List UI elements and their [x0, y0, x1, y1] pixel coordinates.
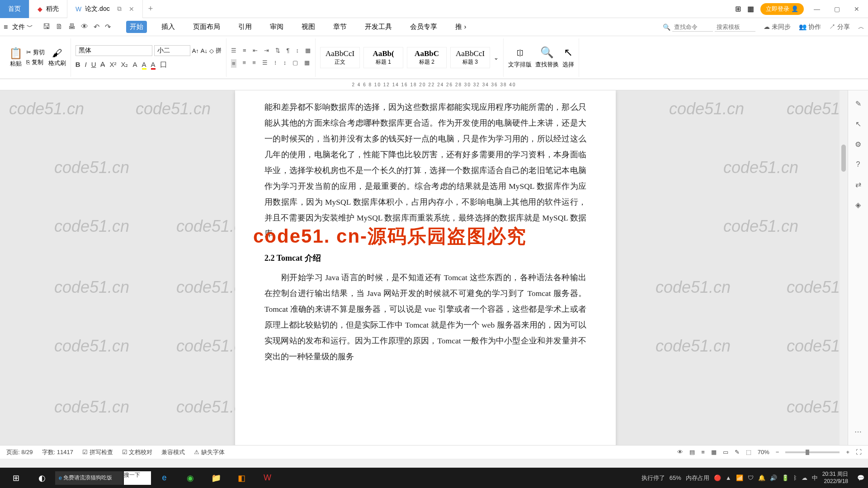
- save-icon[interactable]: 🖫: [43, 23, 50, 31]
- print-icon[interactable]: 🖶: [68, 23, 75, 31]
- print-preview-icon[interactable]: 👁: [81, 23, 88, 31]
- char-border-button[interactable]: 囗: [160, 61, 167, 70]
- start-button[interactable]: ⊞: [4, 468, 28, 488]
- pointer-icon[interactable]: ↖: [855, 120, 861, 128]
- search-cmd-input[interactable]: [672, 23, 713, 32]
- clear-format-icon[interactable]: ◇: [209, 47, 214, 54]
- outdent-icon[interactable]: ⇤: [253, 47, 258, 54]
- copy-button[interactable]: ⎘ 复制: [26, 58, 45, 66]
- login-button[interactable]: 立即登录 👤: [760, 3, 804, 15]
- borders-icon[interactable]: ▦: [304, 59, 310, 68]
- zoom-in[interactable]: +: [846, 449, 849, 455]
- tab-add[interactable]: +: [143, 4, 159, 14]
- minimize-button[interactable]: —: [810, 5, 824, 13]
- scroll-thumb[interactable]: [841, 145, 846, 172]
- ruler[interactable]: 2 4 6 8 10 12 14 16 18 20 22 24 26 28 30…: [0, 79, 868, 90]
- tab-document[interactable]: W 论文.doc ⧉ ✕: [67, 0, 143, 18]
- align-right-icon[interactable]: ≡: [252, 59, 256, 68]
- style-heading2[interactable]: AaBbC标题 2: [407, 47, 447, 68]
- menu-tab-devtools[interactable]: 开发工具: [361, 21, 396, 33]
- collapse-ribbon-icon[interactable]: ︿: [858, 23, 864, 31]
- sync-status[interactable]: ☁ 未同步: [764, 23, 791, 31]
- tab-home[interactable]: 首页: [0, 0, 29, 18]
- highlight-button[interactable]: A: [142, 61, 146, 70]
- browser-icon[interactable]: ◉: [178, 468, 203, 488]
- para-mark-icon[interactable]: ¶: [287, 47, 290, 54]
- settings-icon[interactable]: ⚙: [855, 140, 861, 149]
- strike-button[interactable]: A̶: [100, 61, 105, 70]
- indent-icon[interactable]: ⇥: [264, 47, 269, 54]
- heading[interactable]: 2.2 Tomcat 介绍: [264, 253, 586, 263]
- tab-daoke[interactable]: ◆ 稻壳: [29, 0, 67, 18]
- fullscreen-icon[interactable]: ⛶: [856, 449, 862, 455]
- align-justify-icon[interactable]: ☰: [262, 59, 268, 68]
- taskbar-search[interactable]: 搜一下: [124, 471, 151, 485]
- cut-button[interactable]: ✂ 剪切: [26, 48, 45, 56]
- menu-tab-pagelayout[interactable]: 页面布局: [189, 21, 224, 33]
- search-tpl-input[interactable]: [715, 23, 755, 32]
- align-center-icon[interactable]: ≡: [243, 59, 246, 68]
- phone-view-icon[interactable]: ▭: [723, 449, 728, 455]
- apps-icon[interactable]: ▦: [747, 5, 754, 13]
- bold-button[interactable]: B: [75, 61, 80, 70]
- font-size-select[interactable]: 小二: [154, 45, 190, 56]
- lamp-icon[interactable]: ◈: [855, 201, 861, 209]
- zoom-slider[interactable]: [785, 451, 840, 453]
- text-layout-button[interactable]: ⎅文字排版: [508, 46, 532, 69]
- tray-icon[interactable]: 🔔: [758, 474, 765, 481]
- app-icon[interactable]: ◧: [229, 468, 254, 488]
- paragraph[interactable]: 刚开始学习 Java 语言的时候，是不知道还有 Tomcat 这些东西的，各种语…: [264, 270, 586, 365]
- hamburger-icon[interactable]: ≡: [4, 23, 8, 31]
- ie-icon[interactable]: e: [152, 468, 177, 488]
- tray-mem[interactable]: 内存占用: [686, 474, 709, 482]
- border-icon[interactable]: ▦: [305, 47, 311, 54]
- paste-button[interactable]: 📋粘贴: [9, 47, 23, 68]
- compat-mode[interactable]: 兼容模式: [161, 448, 185, 456]
- menu-tab-insert[interactable]: 插入: [158, 21, 179, 33]
- sort-icon[interactable]: ⇅: [275, 47, 280, 54]
- outline-view-icon[interactable]: ≡: [701, 449, 705, 455]
- italic-button[interactable]: I: [85, 61, 86, 70]
- paragraph[interactable]: 能和差异都不影响数据库的选择，因为这些数据库都能实现应用程序功能所需的，那么只能…: [264, 99, 586, 242]
- shrink-font-icon[interactable]: A↓: [201, 47, 208, 54]
- tray-stopped[interactable]: 执行停了: [642, 474, 665, 482]
- menu-tab-start[interactable]: 开始: [126, 21, 147, 33]
- cortana-icon[interactable]: ◐: [29, 468, 54, 488]
- file-menu[interactable]: 文件﹀: [9, 23, 37, 31]
- zoom-value[interactable]: 70%: [758, 449, 769, 455]
- explorer-icon[interactable]: 📁: [203, 468, 228, 488]
- tray-icon[interactable]: 🔴: [714, 474, 721, 481]
- tray-icon[interactable]: 📶: [736, 474, 743, 481]
- redo-icon[interactable]: ↷: [105, 23, 111, 31]
- text-effects-button[interactable]: A: [133, 61, 137, 70]
- share-button[interactable]: ↗ 分享: [829, 23, 850, 31]
- help-icon[interactable]: ?: [856, 160, 860, 169]
- line-spacing-icon[interactable]: ↕: [296, 47, 299, 54]
- notification-icon[interactable]: 💬: [857, 474, 864, 481]
- zoom-out[interactable]: −: [776, 449, 779, 455]
- tray-icon[interactable]: ☁: [802, 474, 807, 481]
- close-button[interactable]: ✕: [850, 5, 863, 13]
- shading-icon[interactable]: ▢: [292, 59, 298, 68]
- style-normal[interactable]: AaBbCcI正文: [320, 47, 360, 68]
- grow-font-icon[interactable]: A↑: [192, 47, 199, 54]
- missing-fonts[interactable]: ⚠ 缺失字体: [194, 448, 225, 456]
- wps-icon[interactable]: W: [255, 468, 280, 488]
- page-indicator[interactable]: 页面: 8/29: [6, 448, 33, 456]
- tray-icon[interactable]: 🔊: [770, 474, 777, 481]
- edit-view-icon[interactable]: ✎: [735, 449, 740, 455]
- zoom-thumb[interactable]: [806, 450, 809, 455]
- bullet-list-icon[interactable]: ☰: [231, 47, 236, 54]
- tray-icon[interactable]: 🔋: [782, 474, 789, 481]
- select-button[interactable]: ↖选择: [562, 46, 574, 69]
- menu-tab-member[interactable]: 会员专享: [406, 21, 441, 33]
- align-left-icon[interactable]: ≡: [231, 59, 236, 68]
- translate-icon[interactable]: ⇄: [855, 180, 861, 189]
- save-as-icon[interactable]: 🗎: [56, 23, 63, 31]
- superscript-button[interactable]: X²: [109, 61, 116, 70]
- styles-expand-icon[interactable]: ⌄: [494, 54, 499, 61]
- style-heading3[interactable]: AaBbCcI标题 3: [450, 47, 490, 68]
- popout-icon[interactable]: ⧉: [117, 5, 122, 13]
- document-canvas[interactable]: code51.cn code51.cn code51.cn code51.cn …: [0, 90, 868, 445]
- maximize-button[interactable]: ▢: [830, 5, 844, 13]
